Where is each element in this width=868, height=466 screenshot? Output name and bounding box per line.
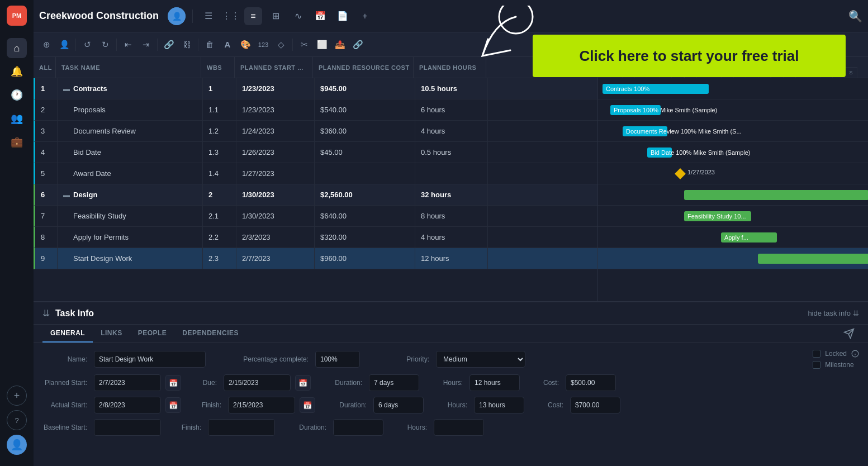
project-avatar[interactable]: 👤 bbox=[168, 7, 186, 25]
table-row[interactable]: 4 Bid Date 1.3 1/26/2023 $45.00 0.5 hour… bbox=[34, 142, 597, 163]
link2-button[interactable]: 🔗 bbox=[349, 36, 366, 53]
gantt-bar-design[interactable] bbox=[684, 190, 868, 200]
task-field-row-2: Planned Start: 📅 Due: 📅 Duration: Hours:… bbox=[42, 374, 859, 391]
toolbar-sep-4 bbox=[198, 39, 198, 51]
hide-task-label: hide task info bbox=[808, 309, 851, 317]
gantt-bar-bid[interactable]: Bid Date 100% Mike Smith (Sample) bbox=[647, 148, 672, 158]
export-button[interactable]: 📤 bbox=[331, 36, 348, 53]
hours3-label: Hours: bbox=[402, 424, 427, 431]
tab-people[interactable]: PEOPLE bbox=[130, 325, 175, 343]
due-input[interactable] bbox=[224, 374, 291, 391]
table-row[interactable]: 2 Proposals 1.1 1/23/2023 $540.00 6 hour… bbox=[34, 99, 597, 121]
locked-checkbox[interactable] bbox=[813, 350, 820, 358]
pm-logo[interactable]: PM bbox=[7, 6, 27, 26]
name-input[interactable] bbox=[94, 351, 206, 368]
cost2-label: Cost: bbox=[543, 401, 563, 409]
view-calendar-btn[interactable]: 📅 bbox=[311, 7, 329, 25]
link-button[interactable]: 🔗 bbox=[160, 36, 177, 53]
row-hours: 0.5 hours bbox=[415, 142, 488, 163]
row-cost: $2,560.00 bbox=[315, 184, 415, 205]
help-button[interactable]: ? bbox=[7, 410, 27, 430]
table-row[interactable]: 8 Apply for Permits 2.2 2/3/2023 $320.00… bbox=[34, 227, 597, 248]
user-avatar[interactable]: 👤 bbox=[7, 435, 27, 455]
duration-input[interactable] bbox=[369, 374, 419, 391]
sidebar-item-home[interactable]: ⌂ bbox=[7, 38, 27, 58]
milestone-checkbox[interactable] bbox=[813, 361, 820, 369]
row-task-name: Feasibility Study bbox=[58, 206, 203, 226]
font-button[interactable]: A bbox=[219, 36, 236, 53]
undo-button[interactable]: ↺ bbox=[79, 36, 96, 53]
color-button[interactable]: 🎨 bbox=[237, 36, 254, 53]
cut-button[interactable]: ✂ bbox=[296, 36, 312, 53]
due-calendar-btn[interactable]: 📅 bbox=[295, 375, 311, 391]
view-gantt-btn[interactable]: ≡ bbox=[244, 7, 262, 25]
planned-start-label: Planned Start: bbox=[42, 379, 87, 387]
priority-select[interactable]: Medium Low High Critical bbox=[436, 351, 525, 368]
view-timeline-btn[interactable]: ∿ bbox=[289, 7, 307, 25]
gantt-day: S bbox=[845, 68, 857, 78]
hours3-input[interactable] bbox=[434, 419, 484, 436]
outdent-button[interactable]: ⇤ bbox=[120, 36, 136, 53]
number-button[interactable]: 123 bbox=[255, 36, 272, 53]
table-row[interactable]: 1 ▬ Contracts 1 1/23/2023 $945.00 10.5 h… bbox=[34, 78, 597, 99]
baseline-finish-input[interactable] bbox=[208, 419, 275, 436]
indent-button[interactable]: ⇥ bbox=[137, 36, 154, 53]
cost-input[interactable] bbox=[566, 374, 616, 391]
cost-label: Cost: bbox=[539, 379, 559, 387]
add-workspace-button[interactable]: + bbox=[7, 386, 27, 406]
row-start: 1/23/2023 bbox=[236, 99, 315, 120]
duration2-input[interactable] bbox=[373, 397, 424, 413]
view-bars-btn[interactable]: ⋮⋮ bbox=[222, 7, 240, 25]
table-row[interactable]: 7 Feasibility Study 2.1 1/30/2023 $640.0… bbox=[34, 206, 597, 227]
finish-input[interactable] bbox=[228, 397, 295, 413]
gantt-bar-contracts[interactable]: Contracts 100% bbox=[603, 84, 709, 94]
planned-start-calendar-btn[interactable]: 📅 bbox=[165, 375, 181, 391]
tab-links[interactable]: LINKS bbox=[93, 325, 130, 343]
row-num: 4 bbox=[35, 142, 58, 163]
redo-button[interactable]: ↻ bbox=[97, 36, 113, 53]
finish-label: Finish: bbox=[200, 401, 221, 409]
table-row[interactable]: 6 ▬ Design 2 1/30/2023 $2,560.00 32 hour… bbox=[34, 184, 597, 206]
sidebar-item-time[interactable]: 🕐 bbox=[7, 85, 27, 105]
hours-input[interactable] bbox=[469, 374, 520, 391]
gantt-bar-start-design[interactable] bbox=[758, 254, 868, 264]
actual-start-calendar-btn[interactable]: 📅 bbox=[165, 397, 181, 413]
milestone-button[interactable]: ◇ bbox=[273, 36, 290, 53]
hours-label: Hours: bbox=[438, 379, 463, 387]
tab-dependencies[interactable]: DEPENDENCIES bbox=[174, 325, 246, 343]
tab-general[interactable]: GENERAL bbox=[42, 325, 93, 343]
delete-button[interactable]: 🗑 bbox=[201, 36, 218, 53]
table-row[interactable]: 9 Start Design Work 2.3 2/7/2023 $960.00… bbox=[34, 248, 597, 269]
collapse-icon[interactable]: ⇊ bbox=[42, 308, 50, 318]
add-person-button[interactable]: 👤 bbox=[56, 36, 73, 53]
task-field-row-3: Actual Start: 📅 Finish: 📅 Duration: Hour… bbox=[42, 397, 859, 413]
view-grid-btn[interactable]: ⊞ bbox=[267, 7, 284, 25]
free-trial-banner[interactable]: Click here to start your free trial bbox=[533, 35, 846, 77]
search-button[interactable]: 🔍 bbox=[848, 9, 862, 23]
box-button[interactable]: ⬜ bbox=[314, 36, 330, 53]
view-list-btn[interactable]: ☰ bbox=[200, 7, 217, 25]
baseline-start-input[interactable] bbox=[94, 419, 161, 436]
unlink-button[interactable]: ⛓ bbox=[178, 36, 195, 53]
cost2-input[interactable] bbox=[570, 397, 620, 413]
add-view-btn[interactable]: + bbox=[356, 7, 374, 25]
hours2-input[interactable] bbox=[474, 397, 524, 413]
duration3-input[interactable] bbox=[333, 419, 383, 436]
project-title: Creekwood Construction bbox=[39, 10, 159, 22]
add-task-button[interactable]: ⊕ bbox=[38, 36, 55, 53]
sidebar-item-projects[interactable]: 💼 bbox=[7, 132, 27, 152]
planned-start-input[interactable] bbox=[94, 374, 161, 391]
finish-calendar-btn[interactable]: 📅 bbox=[300, 397, 315, 413]
actual-start-input[interactable] bbox=[94, 397, 161, 413]
gantt-bar-feasibility[interactable]: Feasibility Study 10... bbox=[684, 211, 751, 221]
pct-complete-input[interactable] bbox=[315, 351, 360, 368]
gantt-bar-proposals[interactable]: Proposals 100% Mike Smith (Sample) bbox=[610, 105, 661, 115]
gantt-bar-docs[interactable]: Documents Review 100% Mike Smith (S... bbox=[623, 126, 667, 136]
table-row[interactable]: 5 Award Date 1.4 1/27/2023 bbox=[34, 163, 597, 184]
table-row[interactable]: 3 Documents Review 1.2 1/24/2023 $360.00… bbox=[34, 121, 597, 142]
sidebar-item-people[interactable]: 👥 bbox=[7, 108, 27, 129]
sidebar-item-notifications[interactable]: 🔔 bbox=[7, 61, 27, 82]
view-doc-btn[interactable]: 📄 bbox=[334, 7, 352, 25]
gantt-bar-permits[interactable]: Apply f... bbox=[721, 232, 777, 242]
hide-task-info-button[interactable]: hide task info ⇊ bbox=[808, 309, 859, 317]
